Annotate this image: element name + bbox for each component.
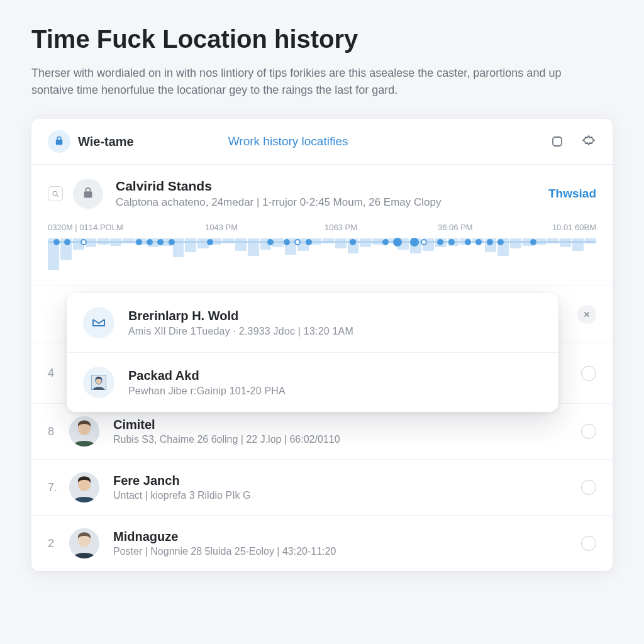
row-select-radio[interactable] xyxy=(581,480,596,495)
timeline-label: 0320M | 0114.POLM xyxy=(48,223,205,232)
timeline-event-dot[interactable] xyxy=(169,239,175,245)
svg-rect-0 xyxy=(56,140,63,145)
timeline-event-dot[interactable] xyxy=(410,238,419,247)
timeline-popover: Brerinlarp H. Wold Amis Xll Dire 1Tueday… xyxy=(67,293,558,412)
row-select-radio[interactable] xyxy=(581,424,596,439)
summary-search-button[interactable] xyxy=(48,186,63,201)
popover-item[interactable]: Packad Akd Pewhan Jibe r:Gainip 101-20 P… xyxy=(67,352,558,412)
timeline-event-dot[interactable] xyxy=(497,239,504,245)
avatar xyxy=(69,472,99,502)
timeline-event-dot[interactable] xyxy=(487,239,493,245)
timeline-event-dot[interactable] xyxy=(306,239,312,245)
timeline-event-dot[interactable] xyxy=(382,239,389,245)
popover-item[interactable]: Brerinlarp H. Wold Amis Xll Dire 1Tueday… xyxy=(67,293,558,352)
card-header: Wie-tame Wrork history locatifies xyxy=(31,119,613,165)
avatar xyxy=(69,528,99,558)
list-item[interactable]: 2MidnaguzePoster | Nognnie 28 5luida 25-… xyxy=(31,515,613,571)
row-select-radio[interactable] xyxy=(581,536,596,551)
settings-icon[interactable] xyxy=(581,134,596,149)
avatar xyxy=(83,367,114,398)
popover-sub: Amis Xll Dire 1Tueday · 2.3933 Jdoc | 13… xyxy=(128,326,353,337)
svg-rect-1 xyxy=(553,137,562,146)
timeline-event-dot[interactable] xyxy=(448,239,455,245)
popover-sub: Pewhan Jibe r:Gainip 101-20 PHA xyxy=(128,386,286,397)
timeline-label: 36:06 PM xyxy=(438,223,552,232)
row-subtitle: Untact | kioprefa 3 Rildio PIk G xyxy=(113,490,250,501)
summary-row: Calvirid Stands Calptona achateno, 24med… xyxy=(31,165,613,216)
tab-work-history[interactable]: Wrork history locatifies xyxy=(228,135,348,148)
popover-name: Packad Akd xyxy=(128,369,286,383)
row-index: 7. xyxy=(48,481,69,494)
row-subtitle: Poster | Nognnie 28 5luida 25-Eoloy | 43… xyxy=(113,546,336,557)
page-description: Therser with wordialed on in with nos li… xyxy=(31,65,604,99)
timeline-event-dot[interactable] xyxy=(530,239,536,245)
list-item[interactable]: 7.Fere JanchUntact | kioprefa 3 Rildio P… xyxy=(31,459,613,515)
mail-icon xyxy=(83,307,114,338)
row-name: Midnaguze xyxy=(113,530,336,544)
heart-icon[interactable] xyxy=(350,238,357,245)
svg-rect-3 xyxy=(84,191,92,197)
page-title: Time Fuck Location history xyxy=(31,25,613,53)
avatar xyxy=(69,416,99,447)
summary-title: Calvirid Stands xyxy=(116,179,441,194)
timeline-event-dot[interactable] xyxy=(284,239,290,245)
timeline-event-dot[interactable] xyxy=(475,239,482,245)
timeline-event-dot[interactable] xyxy=(157,239,164,245)
svg-point-2 xyxy=(53,191,57,196)
row-name: Fere Janch xyxy=(113,474,250,488)
timeline-label: 1043 PM xyxy=(205,223,325,232)
timeline-event-dot[interactable] xyxy=(437,239,443,245)
summary-subtitle: Calptona achateno, 24medar | 1-rrujor 0-… xyxy=(116,196,441,209)
row-index: 8 xyxy=(48,425,69,438)
brand-name: Wie-tame xyxy=(78,135,134,149)
timeline-label: 1063 PM xyxy=(325,223,438,232)
timeline-event-dot[interactable] xyxy=(80,239,87,245)
timeline-event-dot[interactable] xyxy=(393,238,402,247)
summary-action-button[interactable]: Thwsiad xyxy=(548,187,596,201)
timeline-event-dot[interactable] xyxy=(53,239,60,245)
popover-name: Brerinlarp H. Wold xyxy=(128,309,353,323)
row-subtitle: Rubis S3, Chaime 26 6oling | 22 J.lop | … xyxy=(113,434,340,445)
timeline[interactable]: 0320M | 0114.POLM 1043 PM 1063 PM 36:06 … xyxy=(31,216,613,285)
timeline-event-dot[interactable] xyxy=(136,239,142,245)
timeline-event-dot[interactable] xyxy=(421,239,427,245)
brand-icon xyxy=(48,130,70,153)
timeline-labels: 0320M | 0114.POLM 1043 PM 1063 PM 36:06 … xyxy=(48,223,596,232)
timeline-event-dot[interactable] xyxy=(267,239,274,245)
timeline-event-dot[interactable] xyxy=(147,239,153,245)
copy-icon[interactable] xyxy=(550,134,565,149)
timeline-event-dot[interactable] xyxy=(64,239,70,245)
row-index: 4 xyxy=(48,367,69,380)
timeline-event-dot[interactable] xyxy=(294,239,301,245)
timeline-track[interactable] xyxy=(48,238,596,276)
row-select-radio[interactable] xyxy=(581,366,596,381)
timeline-label: 10.01 60BM xyxy=(552,223,596,232)
timeline-event-dot[interactable] xyxy=(207,239,213,245)
row-name: Cimitel xyxy=(113,418,340,432)
row-index: 2 xyxy=(48,537,69,550)
summary-avatar-icon xyxy=(73,179,103,209)
close-icon[interactable] xyxy=(577,305,596,324)
timeline-event-dot[interactable] xyxy=(465,239,471,245)
